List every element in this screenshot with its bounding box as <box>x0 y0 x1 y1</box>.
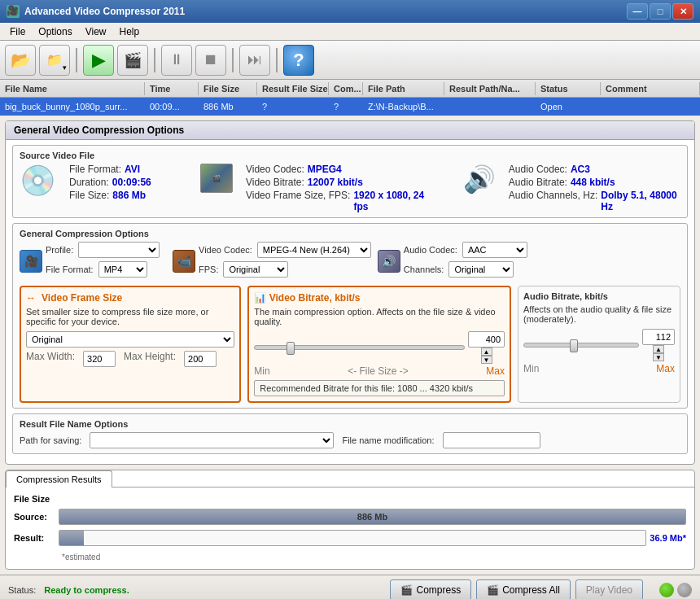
help-icon: ? <box>293 50 304 71</box>
window-title: Advanced Video Compressor 2011 <box>24 6 185 17</box>
menu-file[interactable]: File <box>3 24 32 39</box>
video-codec-opt-label: Video Codec: <box>199 245 252 255</box>
audio-thumb[interactable] <box>570 339 578 352</box>
audio-bitrate-desc: Affects on the audio quality & file size… <box>523 304 675 324</box>
col-resultpath[interactable]: Result Path/Na... <box>444 82 536 95</box>
bitrate-value-input[interactable] <box>468 331 505 348</box>
stop-button[interactable]: ⏹ <box>195 45 226 76</box>
cell-comment <box>601 105 700 108</box>
video-codec-select[interactable]: MPEG-4 New (H.264) <box>257 242 371 258</box>
audio-channels-label: Audio Channels, Hz: <box>509 190 597 212</box>
profile-select[interactable] <box>78 242 160 258</box>
open-button[interactable]: 📂 <box>5 45 36 76</box>
video-bitrate-box: 📊 Video Bitrate, kbit/s The main compres… <box>247 286 511 403</box>
toolbar: 📂 📁▾ ▶ 🎬 ⏸ ⏹ ⏭ ? <box>0 41 700 80</box>
menu-options[interactable]: Options <box>32 24 78 39</box>
audio-bitrate-input[interactable] <box>642 329 675 345</box>
cell-status: Open <box>536 100 601 113</box>
frame-size-preset-select[interactable]: Original <box>26 331 234 348</box>
audio-bitrate-up-button[interactable]: ▲ <box>653 345 664 353</box>
window-controls: — □ ✕ <box>627 3 693 20</box>
status-buttons: 🎬 Compress 🎬 Compress All Play Video <box>390 579 643 600</box>
compress-button[interactable]: 🎬 <box>117 45 148 76</box>
format-select[interactable]: MP4 <box>98 261 147 278</box>
audio-icon: 🔊 <box>463 164 496 195</box>
bitrate-thumb[interactable] <box>287 342 295 355</box>
status-value: Ready to compress. <box>44 585 129 595</box>
app-icon: 🎥 <box>7 5 20 18</box>
audio-channels-value: Dolby 5.1, 48000 Hz <box>601 190 680 212</box>
file-format-value: AVI <box>125 164 140 175</box>
table-row[interactable]: big_buck_bunny_1080p_surr... 00:09... 88… <box>0 98 700 116</box>
frame-size-label: Video Frame Size, FPS: <box>246 190 351 212</box>
col-resultsize[interactable]: Result File Size <box>257 82 329 95</box>
compress-all-icon: 🎬 <box>487 584 499 596</box>
frame-size-box: ↔ Video Frame Size Set smaller size to c… <box>20 286 241 403</box>
video-codec-value: MPEG4 <box>308 164 342 175</box>
help-button[interactable]: ? <box>283 45 314 76</box>
skip-button[interactable]: ⏭ <box>239 45 270 76</box>
path-select[interactable] <box>90 432 334 448</box>
video-bitrate-label: Video Bitrate: <box>246 177 304 188</box>
play-button[interactable]: ▶ <box>83 45 114 76</box>
col-com[interactable]: Com... <box>329 82 363 95</box>
max-width-label: Max Width: <box>26 351 75 367</box>
bitrate-slider[interactable] <box>254 345 465 350</box>
result-bar-fill <box>59 531 84 545</box>
frame-size-desc: Set smaller size to compress file size m… <box>26 307 234 326</box>
col-filepath[interactable]: File Path <box>363 82 444 95</box>
audio-bitrate-src-value: 448 kbit/s <box>571 177 615 188</box>
frame-size-value: 1920 x 1080, 24 fps <box>353 190 429 212</box>
audio-codec-select[interactable]: AAC <box>462 242 527 258</box>
video-codec-label: Video Codec: <box>246 164 304 175</box>
compress-button[interactable]: 🎬 Compress <box>390 579 471 600</box>
col-filename[interactable]: File Name <box>0 82 145 95</box>
audio-bitrate-down-button[interactable]: ▼ <box>653 353 664 361</box>
compression-options-section: General Compression Options 🎥 Profile: <box>12 223 688 409</box>
maximize-button[interactable]: □ <box>650 3 671 20</box>
result-filename-label: Result File Name Options <box>20 419 680 429</box>
filename-mod-input[interactable] <box>443 432 540 448</box>
menu-view[interactable]: View <box>79 24 113 39</box>
tab-compression-results[interactable]: Compression Results <box>6 470 112 488</box>
col-comment[interactable]: Comment <box>601 82 700 95</box>
col-time[interactable]: Time <box>145 82 199 95</box>
fps-select[interactable]: Original <box>223 261 288 278</box>
disk-icons <box>659 583 692 597</box>
profile-label: Profile: <box>46 245 73 255</box>
minimize-button[interactable]: — <box>627 3 648 20</box>
close-button[interactable]: ✕ <box>672 3 693 20</box>
max-height-input[interactable] <box>184 351 217 367</box>
dvd-icon: 💿 <box>20 164 56 198</box>
source-section-label: Source Video File <box>20 151 680 160</box>
menu-bar: File Options View Help <box>0 23 700 41</box>
cell-filesize: 886 Mb <box>199 100 257 113</box>
source-file-section: Source Video File 💿 File Format: AVI Dur… <box>12 145 688 218</box>
cell-resultsize: ? <box>257 100 329 113</box>
filesize-label: File Size: <box>69 190 109 201</box>
pause-button[interactable]: ⏸ <box>161 45 192 76</box>
progress-section: File Size Source: 886 Mb Result: 36.9 Mb… <box>6 488 694 569</box>
folder-dropdown-button[interactable]: 📁▾ <box>39 45 70 76</box>
result-filename-section: Result File Name Options Path for saving… <box>12 413 688 454</box>
menu-help[interactable]: Help <box>113 24 147 39</box>
col-filesize[interactable]: File Size <box>199 82 257 95</box>
toolbar-separator-2 <box>154 48 155 72</box>
bitrate-up-button[interactable]: ▲ <box>481 348 492 356</box>
bitrate-down-button[interactable]: ▼ <box>481 356 492 364</box>
max-height-label: Max Height: <box>124 351 176 367</box>
title-bar: 🎥 Advanced Video Compressor 2011 — □ ✕ <box>0 0 700 23</box>
channels-select[interactable]: Original <box>448 261 514 278</box>
audio-slider[interactable] <box>523 343 639 348</box>
compress-all-button[interactable]: 🎬 Compress All <box>476 579 571 600</box>
general-options-panel: General Video Compression Options Source… <box>5 120 695 465</box>
play-video-button[interactable]: Play Video <box>575 579 643 600</box>
col-status[interactable]: Status <box>536 82 601 95</box>
audio-bitrate-box: Audio Bitrate, kbit/s Affects on the aud… <box>518 286 680 403</box>
format-label: File Format: <box>46 265 94 274</box>
duration-value: 00:09:56 <box>112 177 151 188</box>
max-width-input[interactable] <box>83 351 116 367</box>
recommended-bitrate: Recommended Bitrate for this file: 1080 … <box>254 380 505 396</box>
duration-label: Duration: <box>69 177 109 188</box>
audio-bitrate-src-label: Audio Bitrate: <box>509 177 567 188</box>
